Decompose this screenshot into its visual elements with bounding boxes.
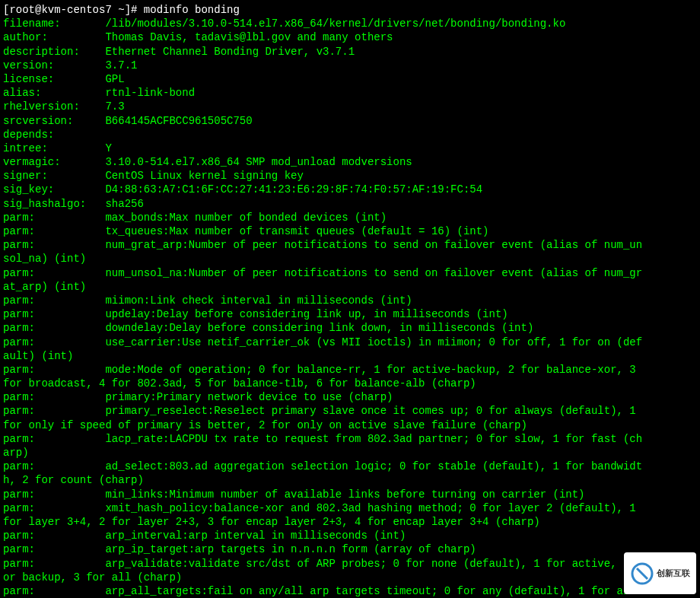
shell-prompt: [root@kvm-centos7 ~]#: [3, 4, 144, 16]
watermark-text: 创新互联: [657, 568, 690, 577]
watermark-logo: 创新互联: [624, 552, 696, 594]
svg-line-1: [637, 568, 648, 579]
terminal-output[interactable]: [root@kvm-centos7 ~]# modinfo bonding fi…: [0, 0, 700, 598]
modinfo-output: filename: /lib/modules/3.10.0-514.el7.x8…: [3, 17, 697, 598]
command-input: modinfo bonding: [144, 4, 240, 16]
